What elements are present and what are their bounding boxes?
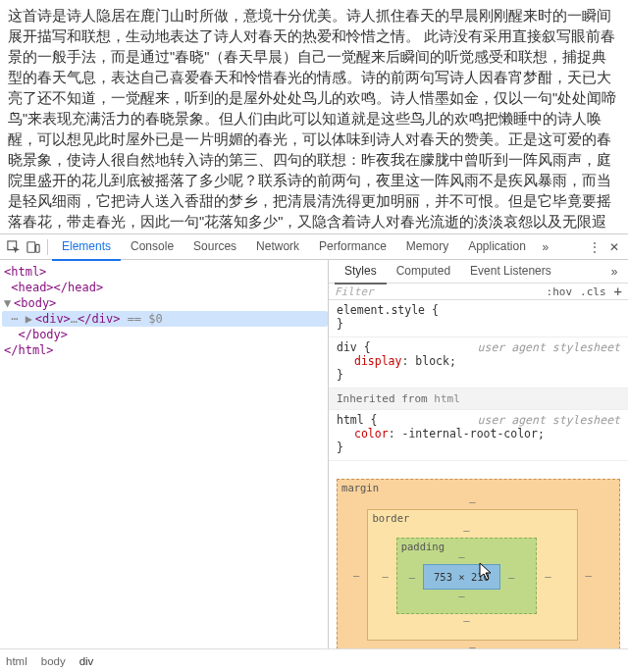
- device-icon[interactable]: [24, 237, 43, 257]
- dom-html-close[interactable]: </html>: [4, 343, 54, 357]
- devtools-tabbar: Elements Console Sources Network Perform…: [0, 234, 628, 260]
- bm-dash: –: [353, 569, 359, 581]
- dom-div-close: </div>: [78, 312, 120, 326]
- bm-dash: –: [382, 570, 388, 582]
- rule-prop: color: [354, 427, 389, 440]
- tab-memory[interactable]: Memory: [396, 234, 458, 259]
- bm-padding-label: padding: [401, 541, 445, 552]
- more-tabs-icon[interactable]: »: [536, 237, 555, 257]
- dom-selected-row[interactable]: ⋯ ▶<div>…</div> == $0: [2, 311, 328, 327]
- chevron-down-icon[interactable]: ▼: [4, 296, 14, 310]
- breadcrumb-div[interactable]: div: [79, 655, 94, 667]
- inherit-label: Inherited from: [337, 392, 434, 405]
- tab-console[interactable]: Console: [121, 234, 183, 259]
- dom-body-open[interactable]: <body>: [14, 296, 56, 310]
- more-tabs-icon[interactable]: »: [604, 262, 624, 282]
- breadcrumb-html[interactable]: html: [6, 655, 27, 667]
- inspect-icon[interactable]: [4, 237, 24, 257]
- bm-margin-label: margin: [341, 482, 379, 493]
- bm-dash: –: [409, 571, 415, 583]
- styles-panel: Styles Computed Event Listeners » Filter…: [329, 260, 628, 652]
- tab-styles[interactable]: Styles: [335, 260, 387, 284]
- rule-html[interactable]: user agent stylesheet html { color: -int…: [329, 410, 628, 461]
- bm-border-label: border: [372, 512, 409, 524]
- inherit-row: Inherited from html: [329, 388, 628, 410]
- inherit-element[interactable]: html: [434, 392, 460, 405]
- dom-tree[interactable]: <html> <head></head> ▼<body> ⋯ ▶<div>…</…: [0, 260, 329, 652]
- svg-rect-2: [36, 244, 40, 252]
- styles-tabbar: Styles Computed Event Listeners »: [329, 260, 628, 284]
- breadcrumb: html body div: [0, 648, 628, 672]
- bm-dash: –: [545, 570, 550, 582]
- rule-selector: element.style {: [337, 303, 439, 317]
- bm-dash: –: [469, 495, 475, 507]
- rule-close: }: [337, 317, 343, 331]
- bm-dash: –: [458, 590, 464, 601]
- dom-eq: == $0: [120, 312, 162, 326]
- rule-element-style[interactable]: element.style { }: [329, 300, 628, 337]
- bm-dash: –: [463, 614, 469, 626]
- kebab-icon[interactable]: ⋮: [585, 237, 604, 257]
- tab-application[interactable]: Application: [458, 234, 536, 259]
- cls-toggle[interactable]: .cls: [580, 285, 606, 298]
- cursor-icon: [479, 562, 495, 582]
- dom-head-close[interactable]: </head>: [54, 281, 104, 294]
- dom-html-open[interactable]: <html>: [4, 265, 46, 279]
- tab-performance[interactable]: Performance: [309, 234, 396, 259]
- hov-toggle[interactable]: :hov: [547, 285, 573, 298]
- bm-dash: –: [508, 571, 514, 583]
- close-icon[interactable]: ✕: [604, 237, 624, 257]
- rule-selector: html {: [337, 413, 378, 427]
- svg-rect-1: [27, 241, 35, 252]
- ua-label: user agent stylesheet: [478, 340, 620, 354]
- tab-sources[interactable]: Sources: [183, 234, 246, 259]
- rule-val: -internal-root-color: [401, 427, 537, 440]
- dom-div-open: <div>: [35, 312, 71, 326]
- tab-event-listeners[interactable]: Event Listeners: [460, 260, 561, 283]
- bm-dash: –: [586, 569, 592, 581]
- dom-ellipsis: …: [71, 312, 78, 326]
- tab-elements[interactable]: Elements: [52, 234, 121, 261]
- breadcrumb-body[interactable]: body: [41, 655, 66, 667]
- rule-selector: div {: [337, 340, 371, 354]
- ua-label: user agent stylesheet: [478, 413, 620, 427]
- styles-filter-bar: Filter :hov .cls +: [329, 284, 628, 300]
- rule-prop: display: [354, 354, 401, 368]
- rule-div[interactable]: user agent stylesheet div { display: blo…: [329, 337, 628, 388]
- devtools: Elements Console Sources Network Perform…: [0, 233, 628, 672]
- bm-dash: –: [458, 550, 464, 562]
- dom-head-open[interactable]: <head>: [11, 281, 53, 294]
- tab-network[interactable]: Network: [246, 234, 309, 259]
- page-content: 这首诗是诗人隐居在鹿门山时所做，意境十分优美。诗人抓住春天的早晨刚刚醒来时的一瞬…: [0, 0, 628, 253]
- rule-close: }: [337, 368, 343, 382]
- chevron-right-icon[interactable]: ▶: [26, 312, 35, 326]
- rule-val: block: [415, 354, 449, 368]
- bm-dash: –: [463, 524, 469, 536]
- filter-input[interactable]: Filter: [335, 285, 374, 298]
- paragraph-text: 这首诗是诗人隐居在鹿门山时所做，意境十分优美。诗人抓住春天的早晨刚刚醒来时的一瞬…: [8, 8, 616, 250]
- new-rule-icon[interactable]: +: [614, 284, 622, 299]
- tab-computed[interactable]: Computed: [387, 260, 460, 283]
- dom-body-close[interactable]: </body>: [18, 328, 68, 341]
- rule-close: }: [337, 440, 343, 454]
